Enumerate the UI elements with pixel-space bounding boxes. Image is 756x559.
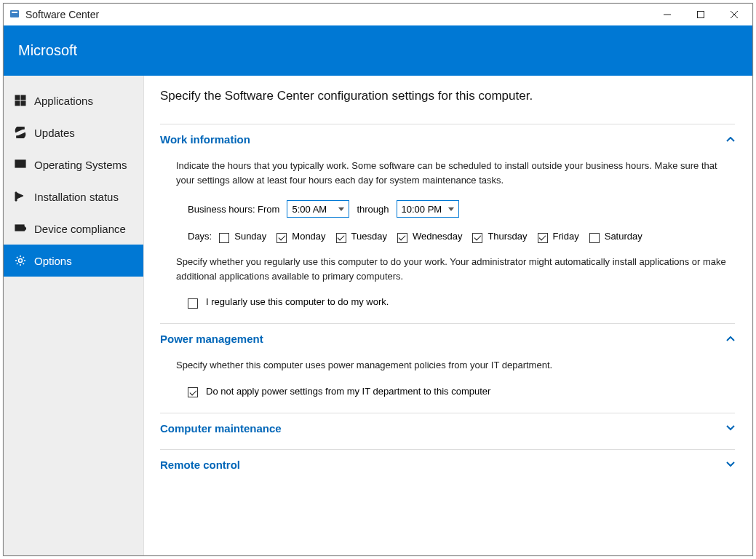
chevron-down-icon [726, 461, 735, 467]
checkbox[interactable] [538, 233, 548, 243]
day-thursday[interactable]: Thursday [472, 231, 527, 242]
window-title: Software Center [25, 9, 99, 20]
chevron-down-icon [726, 425, 735, 431]
sidebar-item-label: Applications [34, 95, 93, 107]
checkbox[interactable] [589, 233, 600, 243]
chevron-down-icon [338, 207, 344, 211]
day-saturday[interactable]: Saturday [589, 231, 642, 242]
checkbox[interactable] [276, 233, 287, 243]
minimize-button[interactable] [650, 4, 684, 25]
sidebar-item-label: Options [34, 255, 72, 267]
sidebar: Applications Updates Operating Systems I… [4, 76, 144, 555]
day-tuesday[interactable]: Tuesday [336, 231, 387, 242]
power-desc: Specify whether this computer uses power… [160, 358, 735, 373]
day-monday[interactable]: Monday [276, 231, 325, 242]
chevron-up-icon [726, 336, 735, 342]
apps-icon [14, 94, 27, 107]
power-opt-row[interactable]: Do not apply power settings from my IT d… [160, 386, 735, 397]
business-hours-row: Business hours: From 5:00 AM through 10:… [160, 200, 735, 218]
checkbox[interactable] [188, 298, 198, 309]
section-header[interactable]: Remote control [160, 459, 735, 471]
checkbox[interactable] [472, 233, 482, 243]
sidebar-item-applications[interactable]: Applications [4, 84, 143, 116]
section-maintenance: Computer maintenance [160, 413, 735, 435]
section-header[interactable]: Power management [160, 333, 735, 345]
svg-rect-11 [17, 162, 24, 166]
sidebar-item-status[interactable]: Installation status [4, 181, 143, 213]
to-time-select[interactable]: 10:00 PM [397, 200, 459, 218]
brand-bar: Microsoft [4, 25, 752, 76]
svg-rect-8 [15, 101, 20, 106]
sidebar-item-options[interactable]: Options [4, 245, 143, 277]
power-opt-label: Do not apply power settings from my IT d… [206, 386, 490, 397]
work-info-desc: Indicate the hours that you typically wo… [160, 159, 735, 187]
through-label: through [357, 204, 389, 215]
sidebar-item-label: Updates [34, 127, 75, 139]
section-work-info: Work information Indicate the hours that… [160, 124, 735, 307]
gear-icon [14, 254, 27, 267]
status-icon [14, 190, 27, 203]
sidebar-item-label: Installation status [34, 191, 119, 203]
chevron-down-icon [448, 207, 454, 211]
brand-org: Microsoft [18, 42, 77, 59]
svg-rect-7 [21, 95, 25, 100]
checkbox[interactable] [188, 387, 198, 397]
svg-rect-0 [10, 10, 19, 17]
day-wednesday[interactable]: Wednesday [397, 231, 462, 242]
sidebar-item-label: Device compliance [34, 223, 126, 235]
compliance-icon [14, 222, 27, 235]
days-row: Days: Sunday Monday Tuesday Wednesday Th… [160, 231, 735, 242]
content: Specify the Software Center configuratio… [144, 76, 752, 555]
sidebar-item-updates[interactable]: Updates [4, 116, 143, 148]
sidebar-item-compliance[interactable]: Device compliance [4, 213, 143, 245]
window: Software Center Microsoft Applications [3, 3, 753, 556]
from-time-select[interactable]: 5:00 AM [287, 200, 349, 218]
section-header[interactable]: Work information [160, 133, 735, 146]
close-button[interactable] [717, 4, 751, 25]
primary-desc: Specify whether you regularly use this c… [160, 255, 735, 283]
maximize-button[interactable] [684, 4, 717, 25]
sidebar-item-os[interactable]: Operating Systems [4, 148, 143, 181]
section-remote: Remote control [160, 449, 735, 471]
svg-rect-6 [15, 95, 20, 100]
chevron-up-icon [726, 137, 735, 143]
checkbox[interactable] [397, 233, 407, 243]
app-icon [9, 9, 21, 20]
section-header[interactable]: Computer maintenance [160, 422, 735, 435]
checkbox[interactable] [219, 233, 229, 243]
body: Applications Updates Operating Systems I… [4, 76, 752, 555]
section-title: Power management [160, 333, 263, 345]
updates-icon [14, 126, 27, 139]
svg-rect-12 [15, 225, 24, 231]
checkbox[interactable] [336, 233, 346, 243]
svg-rect-3 [698, 12, 704, 18]
day-sunday[interactable]: Sunday [219, 231, 266, 242]
section-power: Power management Specify whether this co… [160, 323, 735, 397]
section-title: Computer maintenance [160, 422, 282, 435]
section-title: Work information [160, 133, 250, 146]
svg-point-13 [19, 259, 23, 263]
day-friday[interactable]: Friday [538, 231, 579, 242]
primary-label: I regularly use this computer to do my w… [206, 296, 389, 307]
sidebar-item-label: Operating Systems [34, 159, 127, 171]
page-title: Specify the Software Center configuratio… [160, 89, 735, 103]
svg-rect-1 [12, 12, 17, 13]
from-time-value: 5:00 AM [292, 204, 327, 215]
section-title: Remote control [160, 459, 240, 471]
to-time-value: 10:00 PM [402, 204, 442, 215]
svg-rect-9 [21, 101, 25, 106]
primary-computer-row[interactable]: I regularly use this computer to do my w… [160, 296, 735, 307]
titlebar: Software Center [4, 4, 752, 25]
hours-label: Business hours: From [188, 204, 279, 215]
os-icon [14, 158, 27, 171]
window-controls [650, 4, 751, 25]
days-label: Days: [188, 231, 212, 242]
